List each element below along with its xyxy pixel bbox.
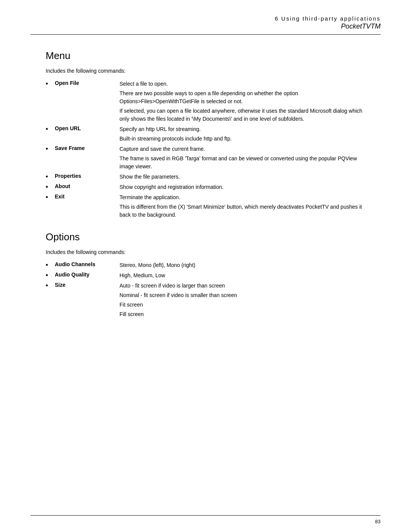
desc-size: Auto - fit screen if video is larger tha… [119,282,365,290]
bullet-icon: • [46,125,55,133]
menu-section: Menu Includes the following commands: • … [46,50,365,219]
bullet-icon: • [46,282,55,290]
extra-open-url-1: Built-in streaming protocols include htt… [119,135,365,143]
command-exit: • Exit Terminate the application. This i… [46,193,365,219]
command-open-file: • Open File Select a file to open. There… [46,80,365,123]
term-open-url: Open URL [55,125,119,131]
extra-exit-1: This is different from the (X) 'Smart Mi… [119,203,365,219]
extra-size-3: Fill screen [119,310,365,318]
extra-size-2: Fit screen [119,301,365,309]
bullet-icon: • [46,183,55,191]
page-header: 6 Using third-party applications PocketT… [0,0,411,30]
term-exit: Exit [55,193,119,200]
command-size: • Size Auto - fit screen if video is lar… [46,282,365,318]
desc-exit: Terminate the application. [119,193,365,201]
command-audio-quality: • Audio Quality High, Medium, Low [46,272,365,280]
desc-save-frame: Capture and save the current frame. [119,145,365,153]
extra-size-1: Nominal - fit screen if video is smaller… [119,291,365,299]
options-section: Options Includes the following commands:… [46,231,365,318]
bullet-icon: • [46,80,55,88]
bullet-icon: • [46,272,55,280]
command-about: • About Show copyright and registration … [46,183,365,191]
bullet-icon: • [46,145,55,153]
command-properties: • Properties Show the file parameters. [46,173,365,181]
term-about: About [55,183,119,189]
desc-properties: Show the file parameters. [119,173,365,181]
page-number: 83 [0,516,411,524]
page-container: 6 Using third-party applications PocketT… [0,0,411,532]
bullet-icon: • [46,193,55,201]
menu-intro: Includes the following commands: [46,68,365,74]
page-footer: 83 [0,515,411,524]
term-audio-quality: Audio Quality [55,272,119,278]
term-properties: Properties [55,173,119,179]
desc-audio-quality: High, Medium, Low [119,272,365,280]
options-intro: Includes the following commands: [46,249,365,255]
menu-title: Menu [46,50,365,62]
term-save-frame: Save Frame [55,145,119,151]
command-audio-channels: • Audio Channels Stereo, Mono (left), Mo… [46,261,365,269]
term-size: Size [55,282,119,288]
bullet-icon: • [46,173,55,181]
desc-open-url: Specify an http URL for streaming. [119,125,365,133]
chapter-subtitle: PocketTVTM [30,22,381,30]
chapter-title: 6 Using third-party applications [30,15,381,22]
extra-save-frame-1: The frame is saved in RGB 'Targa' format… [119,155,365,171]
extra-open-file-1: There are two possible ways to open a fi… [119,89,365,105]
term-audio-channels: Audio Channels [55,261,119,267]
desc-open-file: Select a file to open. [119,80,365,88]
term-open-file: Open File [55,80,119,86]
desc-about: Show copyright and registration informat… [119,183,365,191]
bullet-icon: • [46,261,55,269]
main-content: Menu Includes the following commands: • … [0,35,411,336]
command-open-url: • Open URL Specify an http URL for strea… [46,125,365,143]
extra-open-file-2: If selected, you can open a file located… [119,107,365,123]
desc-audio-channels: Stereo, Mono (left), Mono (right) [119,261,365,269]
options-title: Options [46,231,365,243]
command-save-frame: • Save Frame Capture and save the curren… [46,145,365,171]
